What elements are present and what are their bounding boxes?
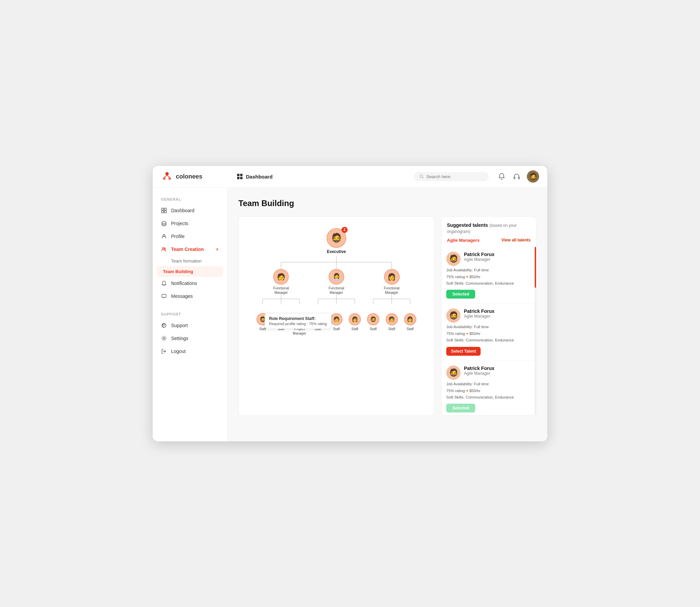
logout-icon bbox=[161, 348, 167, 354]
executive-avatar-wrapper: 🧔 2 bbox=[327, 228, 346, 248]
staff-label-6: Staff bbox=[351, 327, 358, 331]
talent-card-1-top: 🧔 Patrick Forux Agile Manager bbox=[446, 252, 531, 266]
suggested-talents-title: Suggested talents (based on your organog… bbox=[447, 222, 531, 234]
talent-cards-list: 🧔 Patrick Forux Agile Manager Job Availa… bbox=[441, 247, 536, 416]
projects-sidebar-label: Projects bbox=[171, 221, 188, 226]
headset-icon[interactable] bbox=[512, 172, 521, 181]
staff-node-7: 🧔 Staff bbox=[367, 313, 379, 331]
sidebar-item-profile[interactable]: Profile bbox=[153, 230, 227, 243]
talent-rating-2: 75% rating bbox=[446, 332, 465, 336]
staff-label-8: Staff bbox=[388, 327, 395, 331]
talent-select-button-2[interactable]: Select Talent bbox=[446, 347, 481, 356]
svg-line-3 bbox=[164, 175, 167, 177]
talent-rating-row-3: 75% rating • $50/hr bbox=[446, 388, 531, 393]
user-avatar[interactable]: 🧔 bbox=[527, 170, 539, 183]
talent-skills-1: Soft Skills: Communication, Endurance bbox=[446, 281, 531, 286]
svg-point-1 bbox=[163, 177, 166, 180]
dot-sep-3: • bbox=[466, 388, 468, 393]
messages-sidebar-label: Messages bbox=[171, 293, 193, 299]
talent-card-2: 🧔 Patrick Forux Agile Manager Job Availa… bbox=[441, 304, 536, 361]
talent-rate-3: $50/hr bbox=[469, 389, 481, 393]
sidebar-item-settings[interactable]: Settings bbox=[153, 332, 227, 345]
talent-availability-3: Job Availability: Full time bbox=[446, 381, 531, 387]
logout-sidebar-label: Logout bbox=[171, 349, 186, 354]
manager-label-left: Functional Manager bbox=[271, 286, 291, 295]
talent-selected-button-1[interactable]: Selected bbox=[446, 290, 475, 299]
team-building-label: Team Building bbox=[163, 269, 193, 274]
staff-node-9: 👩 Staff bbox=[404, 313, 416, 331]
projects-icon bbox=[161, 220, 167, 226]
search-box[interactable] bbox=[414, 172, 489, 181]
sidebar-item-messages[interactable]: Messages bbox=[153, 290, 227, 303]
scrollbar-thumb[interactable] bbox=[535, 247, 536, 288]
dashboard-nav-item[interactable]: Dashboard bbox=[237, 174, 272, 180]
talent-selected-button-3[interactable]: Selected bbox=[446, 404, 475, 412]
talent-skills-3: Soft Skills: Communication, Endurance bbox=[446, 394, 531, 400]
team-creation-label: Team Creation bbox=[171, 247, 204, 252]
manager-node-right: 👩 Functional Manager bbox=[378, 269, 405, 295]
svg-rect-13 bbox=[164, 211, 166, 213]
svg-point-16 bbox=[163, 247, 164, 249]
talent-role-1: Agile Manager bbox=[464, 257, 531, 262]
logo-text: colonees bbox=[176, 173, 202, 180]
svg-point-17 bbox=[164, 248, 166, 249]
talent-avatar-2: 🧔 bbox=[446, 308, 461, 323]
talent-card-1: 🧔 Patrick Forux Agile Manager Job Availa… bbox=[441, 247, 536, 304]
role-requirement-tooltip: Role Requirement Staff: Required profile… bbox=[265, 313, 331, 329]
dashboard-grid-icon bbox=[237, 174, 243, 179]
staff-avatar-8: 🧑 bbox=[386, 313, 398, 325]
support-label: SUPPORT bbox=[153, 312, 227, 316]
talent-card-3: 🧔 Patrick Forux Agile Manager Job Availa… bbox=[441, 361, 536, 416]
executive-node: 🧔 2 Executive bbox=[327, 228, 346, 255]
sidebar-item-team-creation[interactable]: Team Creation ∧ bbox=[153, 243, 227, 256]
svg-point-0 bbox=[165, 172, 169, 175]
suggested-talents-main-title: Suggested talents bbox=[447, 222, 488, 228]
talent-card-2-top: 🧔 Patrick Forux Agile Manager bbox=[446, 308, 531, 323]
logo-icon bbox=[161, 170, 173, 183]
manager-node-middle: 👩‍💼 Functional Manager bbox=[323, 269, 350, 295]
submenu-team-formation[interactable]: Team formation bbox=[153, 256, 227, 266]
search-input[interactable] bbox=[426, 174, 483, 179]
sidebar-item-dashboard[interactable]: Dashboard bbox=[153, 204, 227, 217]
notification-icon[interactable] bbox=[497, 172, 506, 181]
sidebar-item-notifications[interactable]: Notifications bbox=[153, 277, 227, 290]
dashboard-icon bbox=[161, 207, 167, 214]
chevron-up-icon: ∧ bbox=[216, 247, 219, 252]
sidebar-item-logout[interactable]: Logout bbox=[153, 345, 227, 358]
talent-info-1: Patrick Forux Agile Manager bbox=[464, 252, 531, 266]
view-all-talents-link[interactable]: View all talents bbox=[501, 238, 531, 242]
staff-node-8: 🧑 Staff bbox=[386, 313, 398, 331]
submenu-team-building[interactable]: Team Building bbox=[157, 266, 223, 277]
talents-panel: Suggested talents (based on your organog… bbox=[441, 216, 536, 416]
svg-point-2 bbox=[168, 177, 171, 180]
svg-rect-9 bbox=[518, 177, 519, 179]
sidebar-item-support[interactable]: Support bbox=[153, 319, 227, 332]
messages-icon bbox=[161, 293, 167, 299]
talent-name-2: Patrick Forux bbox=[464, 308, 531, 314]
sidebar-item-projects[interactable]: Projects bbox=[153, 217, 227, 230]
header-nav: Dashboard bbox=[237, 174, 406, 180]
svg-point-21 bbox=[163, 337, 165, 339]
talent-rating-row-1: 75% rating • $50/hr bbox=[446, 274, 531, 279]
talent-role-3: Agile Manager bbox=[464, 371, 531, 376]
talent-rate-2: $50/hr bbox=[469, 332, 481, 336]
manager-node-left: 🧑 Functional Manager bbox=[267, 269, 295, 295]
talents-filter-row: Agile Managers View all talents bbox=[447, 238, 531, 247]
notifications-icon bbox=[161, 280, 167, 286]
content-area: 🧔 2 Executive 🧑 Functional Manager bbox=[238, 216, 536, 416]
svg-point-7 bbox=[501, 179, 502, 180]
svg-rect-12 bbox=[162, 211, 164, 213]
app-window: colonees Dashboard bbox=[153, 166, 547, 441]
talent-info-2: Patrick Forux Agile Manager bbox=[464, 308, 531, 323]
main-content: Team Building bbox=[228, 188, 547, 441]
staff-avatar-6: 👩 bbox=[349, 313, 361, 325]
dot-sep-1: • bbox=[466, 274, 468, 279]
staff-node-5: 🧑 Staff bbox=[330, 313, 343, 331]
scrollbar-track bbox=[535, 247, 536, 416]
svg-point-14 bbox=[162, 221, 166, 223]
settings-icon bbox=[161, 335, 167, 341]
tooltip-detail: Required profile rating : 75% rating bbox=[269, 322, 327, 326]
support-sidebar-label: Support bbox=[171, 323, 188, 328]
talent-rating-1: 75% rating bbox=[446, 275, 465, 279]
talent-avatar-3: 🧔 bbox=[446, 366, 461, 380]
